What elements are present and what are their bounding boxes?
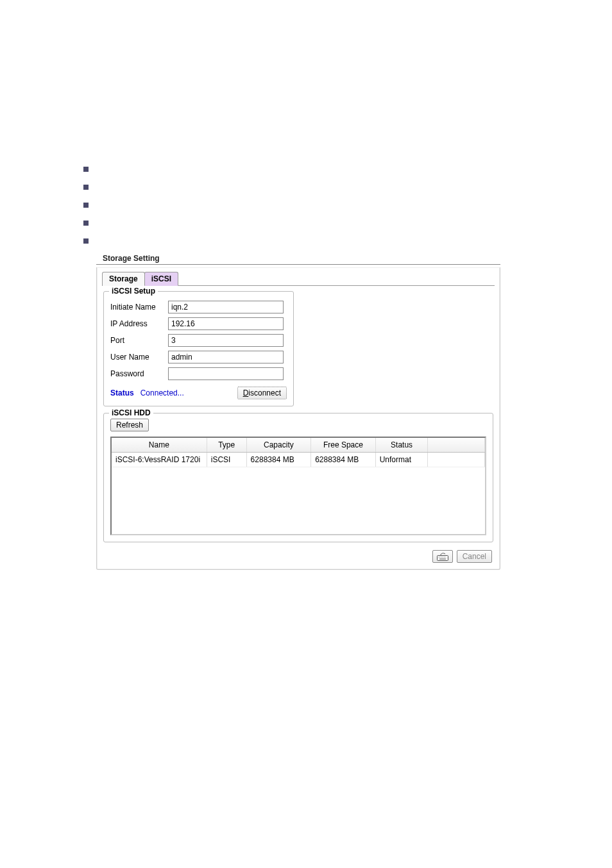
tab-storage-label: Storage	[109, 274, 138, 283]
cell-status: Unformat	[375, 453, 428, 467]
password-label: Password	[110, 369, 168, 378]
username-input[interactable]	[168, 351, 284, 363]
hdd-table: Name Type Capacity Free Space Status iSC…	[112, 438, 485, 467]
iscsi-setup-group: iSCSI Setup Initiate Name IP Address Por…	[103, 291, 294, 406]
col-status: Status	[375, 438, 428, 453]
tab-iscsi[interactable]: iSCSI	[144, 272, 178, 286]
cell-free: 6288384 MB	[311, 453, 376, 467]
svg-rect-0	[437, 556, 448, 561]
col-type: Type	[207, 438, 246, 453]
refresh-button[interactable]: Refresh	[110, 419, 149, 431]
port-input[interactable]	[168, 334, 284, 347]
password-input[interactable]	[168, 367, 284, 380]
disconnect-button[interactable]: Disconnect	[237, 387, 287, 399]
bullet-icon	[83, 221, 89, 226]
iscsi-setup-legend: iSCSI Setup	[109, 287, 158, 296]
status-value: Connected...	[140, 388, 184, 397]
hdd-table-container[interactable]: Name Type Capacity Free Space Status iSC…	[110, 437, 486, 535]
cell-extra	[428, 453, 485, 467]
storage-setting-title: Storage Setting	[100, 254, 162, 263]
tab-storage[interactable]: Storage	[102, 272, 145, 286]
initiate-name-input[interactable]	[168, 301, 284, 313]
cell-type: iSCSI	[207, 453, 246, 467]
cell-name: iSCSI-6:VessRAID 1720i	[112, 453, 207, 467]
iscsi-hdd-legend: iSCSI HDD	[109, 408, 153, 417]
bullet-icon	[83, 203, 89, 208]
bullet-icon	[83, 185, 89, 190]
col-name: Name	[112, 438, 207, 453]
status-label: Status	[110, 388, 134, 397]
cancel-button[interactable]: Cancel	[457, 550, 492, 563]
col-capacity: Capacity	[246, 438, 311, 453]
bullet-icon	[83, 238, 89, 244]
initiate-name-label: Initiate Name	[110, 303, 168, 312]
port-label: Port	[110, 336, 168, 345]
cancel-label: Cancel	[463, 552, 486, 561]
col-extra	[428, 438, 485, 453]
iscsi-hdd-group: iSCSI HDD Refresh Name Type Capacity Fre…	[103, 413, 493, 542]
refresh-label: Refresh	[116, 421, 143, 430]
keyboard-icon	[437, 552, 448, 561]
tab-iscsi-label: iSCSI	[151, 274, 171, 283]
ip-address-input[interactable]	[168, 317, 284, 330]
bullet-list	[83, 160, 612, 250]
storage-setting-panel: Storage iSCSI iSCSI Setup Initiate Name …	[96, 267, 500, 570]
tabs: Storage iSCSI	[102, 271, 495, 286]
bullet-icon	[83, 167, 89, 172]
ip-address-label: IP Address	[110, 319, 168, 328]
cell-capacity: 6288384 MB	[246, 453, 311, 467]
on-screen-keyboard-button[interactable]	[432, 550, 453, 563]
table-row[interactable]: iSCSI-6:VessRAID 1720i iSCSI 6288384 MB …	[112, 453, 485, 467]
username-label: User Name	[110, 353, 168, 362]
disconnect-label-rest: isconnect	[248, 388, 281, 397]
col-free: Free Space	[311, 438, 376, 453]
